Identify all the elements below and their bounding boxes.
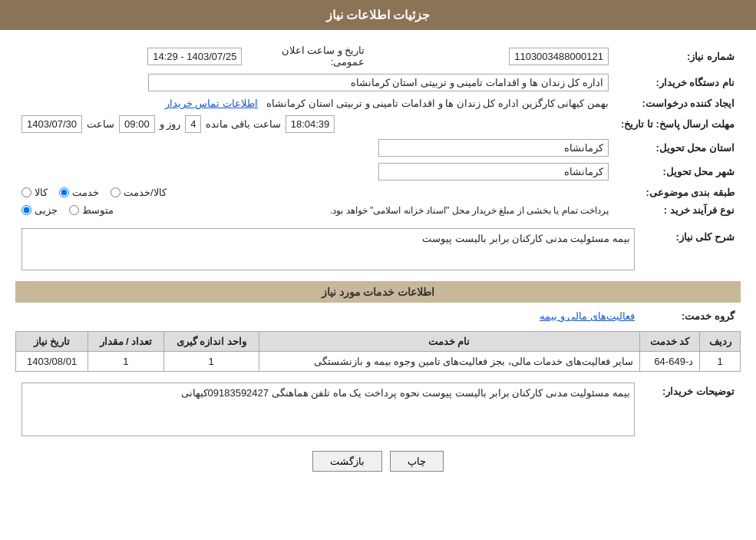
cell-date: 1403/08/01 [16, 352, 88, 372]
creator-label: ایجاد کننده درخواست: [615, 94, 741, 112]
announcement-box: 1403/07/25 - 14:29 [147, 48, 242, 65]
category-row: کالا/خدمت خدمت کالا [15, 184, 615, 201]
page-title: جزئیات اطلاعات نیاز [0, 0, 756, 30]
remaining-time-box: 18:04:39 [286, 115, 335, 133]
buttons-row: چاپ بازگشت [15, 451, 741, 472]
page-wrapper: جزئیات اطلاعات نیاز شماره نیاز: 11030034… [0, 0, 756, 540]
category-kala-khidmat-label: کالا/خدمت [124, 187, 167, 198]
need-number-box: 1103003488000121 [509, 48, 609, 65]
category-kala-radio[interactable] [21, 187, 31, 197]
cell-unit: 1 [163, 352, 259, 372]
client-name-box: اداره کل زندان ها و اقدامات تامینی و ترب… [148, 74, 609, 91]
category-label: طبقه بندی موضوعی: [615, 184, 741, 201]
print-button[interactable]: چاپ [390, 451, 444, 472]
category-khidmat-label: خدمت [72, 187, 99, 198]
col-header-unit: واحد اندازه گیری [163, 332, 259, 352]
main-info-table: شماره نیاز: 1103003488000121 تاریخ و ساع… [15, 41, 741, 219]
purchase-note: پرداخت تمام یا بخشی از مبلغ خریدار محل "… [125, 205, 609, 216]
client-name-label: نام دستگاه خریدار: [615, 71, 741, 94]
category-kala-khidmat-radio[interactable] [111, 187, 120, 197]
service-group-label: گروه خدمت: [641, 307, 741, 325]
cell-qty: 1 [88, 352, 163, 372]
purchase-type-small[interactable]: جزیی [21, 204, 58, 216]
need-number-value: 1103003488000121 [371, 41, 615, 71]
table-row: 1 د-649-64 سایر فعالیت‌های خدمات مالی، ب… [16, 352, 741, 372]
need-number-label: شماره نیاز: [615, 41, 741, 71]
content-area: شماره نیاز: 1103003488000121 تاریخ و ساع… [0, 30, 756, 483]
purchase-type-label: نوع فرآیند خرید : [615, 201, 741, 219]
col-header-code: کد خدمت [639, 332, 700, 352]
col-header-qty: تعداد / مقدار [88, 332, 163, 352]
category-kala-label: کالا [35, 187, 48, 198]
announcement-value: 1403/07/25 - 14:29 [15, 41, 248, 71]
creator-value: بهمن کیهانی کارگزین اداره کل زندان ها و … [266, 98, 609, 109]
purchase-type-medium[interactable]: متوسط [69, 204, 114, 216]
time-label: ساعت [87, 118, 114, 130]
city-label: شهر محل تحویل: [615, 160, 741, 184]
time-box: 09:00 [119, 115, 155, 133]
purchase-type-medium-radio[interactable] [69, 205, 79, 215]
purchase-type-small-radio[interactable] [21, 205, 31, 215]
category-kala[interactable]: کالا [21, 187, 48, 198]
purchase-note-text: پرداخت تمام یا بخشی از مبلغ خریدار محل "… [330, 205, 609, 216]
service-group-value[interactable]: فعالیت‌های مالی و بیمه [540, 310, 635, 322]
purchase-type-row: پرداخت تمام یا بخشی از مبلغ خریدار محل "… [15, 201, 615, 219]
days-box: 4 [185, 115, 201, 133]
response-deadline-label: مهلت ارسال پاسخ: تا تاریخ: [615, 112, 741, 136]
response-deadline-row: 18:04:39 ساعت باقی مانده 4 روز و 09:00 س… [15, 112, 615, 136]
need-description-cell: بیمه مسئولیت مدنی کارکنان برابر بالیست پ… [15, 225, 641, 273]
buyer-notes-table: توضیحات خریدار: بیمه مسئولیت مدنی کارکنا… [15, 379, 741, 439]
province-box: کرمانشاه [378, 139, 609, 157]
col-header-date: تاریخ نیاز [16, 332, 88, 352]
col-header-name: نام خدمت [259, 332, 639, 352]
client-name-value: اداره کل زندان ها و اقدامات تامینی و ترب… [15, 71, 615, 94]
creator-link[interactable]: اطلاعات تماس خریدار [165, 98, 258, 109]
buyer-notes-cell: بیمه مسئولیت مدنی کارکنان برابر بالیست پ… [15, 379, 641, 439]
col-header-row: ردیف [700, 332, 741, 352]
city-value: کرمانشاه [15, 160, 615, 184]
province-value: کرمانشاه [15, 136, 615, 160]
services-section-header: اطلاعات خدمات مورد نیاز [15, 281, 741, 303]
category-khidmat-radio[interactable] [59, 187, 69, 197]
cell-code: د-649-64 [639, 352, 700, 372]
service-group-value-cell: فعالیت‌های مالی و بیمه [15, 307, 641, 325]
buyer-notes-label: توضیحات خریدار: [641, 379, 741, 439]
purchase-type-medium-label: متوسط [82, 204, 114, 216]
cell-row: 1 [700, 352, 741, 372]
need-description-label: شرح کلی نیاز: [641, 225, 741, 273]
category-kala-khidmat[interactable]: کالا/خدمت [111, 187, 167, 198]
services-data-table: ردیف کد خدمت نام خدمت واحد اندازه گیری ت… [15, 331, 741, 372]
description-table: شرح کلی نیاز: بیمه مسئولیت مدنی کارکنان … [15, 225, 741, 273]
city-box: کرمانشاه [378, 163, 609, 181]
need-description-box: بیمه مسئولیت مدنی کارکنان برابر بالیست پ… [21, 228, 635, 270]
back-button[interactable]: بازگشت [312, 451, 382, 472]
service-group-table: گروه خدمت: فعالیت‌های مالی و بیمه [15, 307, 741, 325]
days-label: روز و [160, 118, 181, 130]
creator-row: بهمن کیهانی کارگزین اداره کل زندان ها و … [15, 94, 615, 112]
category-khidmat[interactable]: خدمت [59, 187, 99, 198]
date-box: 1403/07/30 [21, 115, 82, 133]
cell-name: سایر فعالیت‌های خدمات مالی، بجز فعالیت‌ه… [259, 352, 639, 372]
remaining-label: ساعت باقی مانده [206, 118, 280, 130]
purchase-type-small-label: جزیی [35, 204, 58, 216]
province-label: استان محل تحویل: [615, 136, 741, 160]
announcement-label: تاریخ و ساعت اعلان عمومی: [248, 41, 371, 71]
buyer-notes-box: بیمه مسئولیت مدنی کارکنان برابر بالیست پ… [21, 383, 635, 436]
